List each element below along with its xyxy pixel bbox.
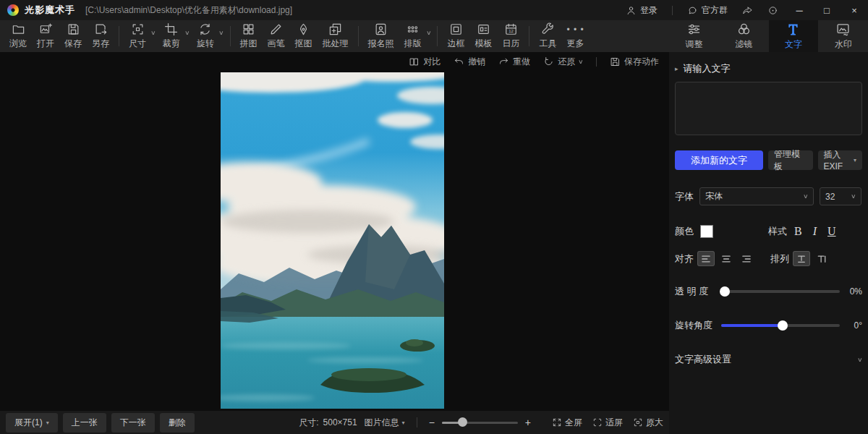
chevron-down-icon[interactable]: ∨ bbox=[218, 30, 224, 36]
zoom-out-button[interactable]: − bbox=[429, 417, 435, 428]
zoom-in-button[interactable]: + bbox=[525, 417, 531, 428]
bold-button[interactable]: B bbox=[794, 225, 802, 238]
advanced-settings-row[interactable]: 文字高级设置 ∨ bbox=[675, 353, 862, 366]
toolbar-cutout[interactable]: 抠图 bbox=[290, 22, 318, 50]
id-photo-icon bbox=[374, 22, 388, 36]
status-bar: 展开(1) ▾ 上一张 下一张 删除 尺寸: 500×751 图片信息 ▾ − … bbox=[0, 411, 669, 434]
manage-template-button[interactable]: 管理模板 bbox=[768, 150, 813, 170]
underline-button[interactable]: U bbox=[827, 225, 836, 238]
toolbar-layout[interactable]: 排版 bbox=[399, 22, 427, 50]
save-as-icon bbox=[94, 22, 108, 36]
redo-icon bbox=[498, 56, 509, 67]
toolbar-save-as[interactable]: 另存 bbox=[87, 22, 114, 50]
maximize-button[interactable]: □ bbox=[820, 5, 833, 16]
fullscreen-button[interactable]: 全屏 bbox=[552, 417, 582, 429]
toolbar-label: 日历 bbox=[502, 38, 519, 50]
settings-button[interactable] bbox=[767, 5, 778, 16]
crop-icon bbox=[164, 22, 178, 36]
tab-filter[interactable]: 滤镜 bbox=[719, 20, 769, 52]
official-group-button[interactable]: 官方群 bbox=[687, 4, 728, 17]
toolbar-divider bbox=[529, 26, 529, 46]
delete-button[interactable]: 删除 bbox=[160, 413, 195, 433]
font-label: 字体 bbox=[675, 190, 694, 203]
toolbar-save[interactable]: 保存 bbox=[59, 22, 87, 50]
toolbar-divider bbox=[437, 26, 438, 46]
font-size-value: 32 bbox=[825, 192, 835, 202]
toolbar-crop[interactable]: 裁剪 bbox=[158, 22, 185, 50]
color-swatch[interactable] bbox=[700, 225, 713, 238]
toolbar-rotate[interactable]: 旋转 bbox=[192, 22, 219, 50]
save-action-button[interactable]: 保存动作 bbox=[610, 56, 659, 68]
toolbar-batch[interactable]: 批处理 bbox=[318, 22, 354, 50]
save-action-label: 保存动作 bbox=[624, 56, 659, 68]
rotate-icon bbox=[198, 22, 212, 36]
dropdown-triangle-icon: ▾ bbox=[402, 420, 405, 426]
arrange-horizontal-button[interactable] bbox=[793, 252, 809, 265]
toolbar-template[interactable]: 模板 bbox=[469, 22, 497, 50]
align-left-button[interactable] bbox=[698, 252, 714, 265]
zoom-slider[interactable] bbox=[442, 422, 518, 424]
toolbar-border[interactable]: 边框 bbox=[442, 22, 469, 50]
login-button[interactable]: 登录 bbox=[626, 4, 658, 17]
toolbar-label: 保存 bbox=[64, 38, 82, 50]
image-info-button[interactable]: 图片信息 ▾ bbox=[365, 417, 405, 429]
close-button[interactable]: × bbox=[848, 5, 861, 16]
tab-label: 调整 bbox=[685, 38, 702, 51]
restore-button[interactable]: 还原 ∨ bbox=[543, 56, 583, 68]
minimize-button[interactable]: ─ bbox=[793, 5, 806, 16]
color-label: 颜色 bbox=[675, 225, 694, 238]
expand-button[interactable]: 展开(1) ▾ bbox=[6, 413, 58, 433]
tab-adjust[interactable]: 调整 bbox=[669, 20, 719, 52]
toolbar-open[interactable]: 打开 bbox=[32, 22, 59, 50]
opacity-slider-thumb[interactable] bbox=[720, 286, 730, 297]
mode-tabs: 调整 滤镜 文字 水印 bbox=[669, 20, 868, 52]
redo-button[interactable]: 重做 bbox=[498, 56, 530, 68]
redo-label: 重做 bbox=[513, 56, 530, 68]
tab-label: 水印 bbox=[835, 38, 852, 51]
chevron-down-icon[interactable]: ∨ bbox=[426, 30, 432, 36]
toolbar-more[interactable]: • • • 更多 bbox=[561, 22, 589, 50]
prev-button[interactable]: 上一张 bbox=[63, 413, 106, 433]
toolbar-label: 边框 bbox=[447, 38, 464, 50]
font-size-select[interactable]: 32 ∨ bbox=[820, 187, 861, 205]
tab-watermark[interactable]: 水印 bbox=[818, 20, 868, 52]
add-text-button[interactable]: 添加新的文字 bbox=[675, 150, 763, 170]
chevron-down-icon[interactable]: ∨ bbox=[184, 30, 190, 36]
toolbar-resize[interactable]: 尺寸 bbox=[124, 22, 151, 50]
insert-exif-button[interactable]: 插入EXIF ▾ bbox=[818, 150, 863, 170]
toolbar-divider bbox=[358, 26, 359, 46]
italic-button[interactable]: I bbox=[813, 225, 817, 238]
toolbar-collage[interactable]: 拼图 bbox=[235, 22, 263, 50]
align-center-button[interactable] bbox=[718, 252, 734, 265]
compare-button[interactable]: 对比 bbox=[409, 56, 441, 68]
undo-button[interactable]: 撤销 bbox=[454, 56, 485, 68]
text-input-area[interactable] bbox=[675, 82, 862, 135]
toolbar-label: 打开 bbox=[37, 38, 54, 50]
opacity-slider[interactable] bbox=[721, 290, 840, 293]
rotation-slider-thumb[interactable] bbox=[778, 320, 788, 331]
toolbar-tools[interactable]: 工具 bbox=[534, 22, 561, 50]
person-icon bbox=[626, 5, 637, 16]
chevron-down-icon[interactable]: ∨ bbox=[150, 30, 156, 36]
fit-screen-button[interactable]: 适屏 bbox=[592, 417, 623, 429]
arrange-vertical-button[interactable] bbox=[814, 252, 830, 265]
align-right-button[interactable] bbox=[739, 252, 754, 265]
chat-bubble-icon bbox=[687, 5, 698, 16]
action-bar: 对比 撤销 重做 还原 ∨ 保存动作 bbox=[0, 52, 669, 71]
zoom-slider-thumb[interactable] bbox=[458, 417, 467, 427]
toolbar-brush[interactable]: 画笔 bbox=[263, 22, 290, 50]
tab-text[interactable]: 文字 bbox=[769, 20, 819, 52]
chevron-down-icon: ∨ bbox=[578, 59, 584, 65]
font-select[interactable]: 宋体 ∨ bbox=[699, 187, 814, 205]
toolbar-calendar[interactable]: 12 日历 bbox=[497, 22, 524, 50]
toolbar-browse[interactable]: 浏览 bbox=[4, 22, 32, 50]
next-button[interactable]: 下一张 bbox=[111, 413, 155, 433]
toolbar-id-photo[interactable]: 报名照 bbox=[363, 22, 399, 50]
restore-label: 还原 bbox=[558, 56, 575, 68]
photo-image bbox=[221, 72, 444, 409]
rotation-slider[interactable] bbox=[721, 324, 840, 327]
original-size-button[interactable]: 原大 bbox=[633, 417, 663, 429]
edited-photo[interactable] bbox=[221, 72, 444, 409]
share-button[interactable] bbox=[742, 5, 753, 16]
titlebar: 光影魔术手 [C:\Users\admin\Desktop\优化备用素材\dow… bbox=[0, 0, 868, 20]
